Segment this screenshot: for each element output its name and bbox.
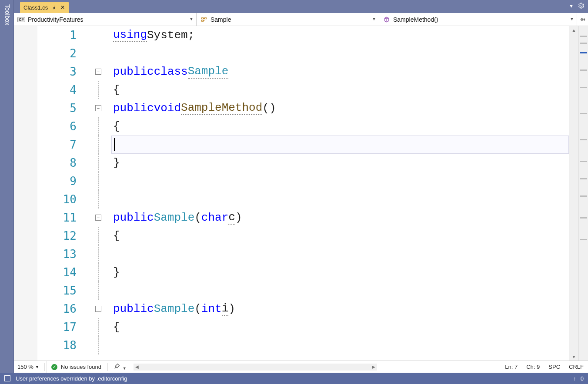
code-line: } <box>111 154 569 172</box>
line-number: 15 <box>63 284 85 297</box>
method-icon <box>383 16 391 23</box>
issues-text: No issues found <box>61 364 101 370</box>
toolbox-label: Toolbox <box>4 4 11 25</box>
line-number: 3 <box>70 65 85 78</box>
type-dropdown[interactable]: Sample ▼ <box>197 13 379 26</box>
error-health-indicator[interactable]: ✓ No issues found <box>47 361 106 373</box>
pending-count: 0 <box>581 375 584 382</box>
line-number-gutter: 1 2 3 4 5 6 7 8 9 10 11 12 13 14 15 16 1… <box>37 26 85 361</box>
code-line: { <box>111 318 569 336</box>
zoom-dropdown[interactable]: 150 % ▼ <box>14 364 43 370</box>
line-number: 11 <box>63 211 85 224</box>
code-line <box>111 190 569 209</box>
indicator-margin <box>14 26 37 361</box>
document-tab-filename: Class1.cs <box>23 4 48 11</box>
line-number: 8 <box>70 156 85 169</box>
line-number: 18 <box>63 339 85 352</box>
code-line: { <box>111 227 569 245</box>
vertical-scrollbar[interactable]: ▲ ▼ <box>569 26 578 361</box>
app-status-bar: User preferences overridden by .editorco… <box>0 373 588 384</box>
line-number: 17 <box>63 321 85 334</box>
line-number: 10 <box>63 193 85 206</box>
member-name: SampleMethod() <box>393 16 438 23</box>
split-window-button[interactable] <box>577 13 588 26</box>
tab-menu-dropdown-icon[interactable]: ▾ <box>567 2 575 10</box>
project-name: ProductivityFeatures <box>28 16 84 23</box>
close-icon[interactable]: ✕ <box>60 5 65 10</box>
document-tab[interactable]: Class1.cs ✕ <box>20 2 69 13</box>
fold-toggle[interactable]: − <box>95 69 101 75</box>
code-line: public Sample(int i) <box>111 300 569 318</box>
code-line: public void SampleMethod() <box>111 99 569 117</box>
fold-toggle[interactable]: − <box>95 306 101 312</box>
scroll-left-icon[interactable]: ◀ <box>134 364 140 371</box>
upload-icon[interactable]: ↑ <box>573 375 576 382</box>
code-line: { <box>111 117 569 136</box>
line-ending[interactable]: CRLF <box>565 364 588 370</box>
scroll-down-icon[interactable]: ▼ <box>569 353 578 361</box>
code-line: public class Sample <box>111 63 569 81</box>
svg-point-0 <box>581 5 582 7</box>
chevron-down-icon: ▼ <box>570 17 574 21</box>
line-number: 5 <box>70 102 85 115</box>
cleanup-brush-icon[interactable]: ▼ <box>110 363 130 371</box>
fold-toggle[interactable]: − <box>95 215 101 221</box>
overview-ruler[interactable] <box>578 26 588 361</box>
code-line: public Sample(char c) <box>111 209 569 227</box>
chevron-down-icon: ▼ <box>372 17 376 21</box>
code-line <box>111 44 569 63</box>
scroll-right-icon[interactable]: ▶ <box>370 364 377 371</box>
line-number: 16 <box>63 302 85 315</box>
zoom-value: 150 % <box>17 364 33 370</box>
code-line <box>111 245 569 263</box>
fold-toggle[interactable]: − <box>95 105 101 111</box>
csharp-file-icon: C# <box>17 16 25 23</box>
code-line: { <box>111 81 569 99</box>
code-line: using System; <box>111 26 569 44</box>
member-dropdown[interactable]: SampleMethod() ▼ <box>379 13 577 26</box>
navigation-bar: C# ProductivityFeatures ▼ Sample ▼ Sampl… <box>14 13 588 26</box>
indent-mode[interactable]: SPC <box>544 364 565 370</box>
gear-icon[interactable] <box>578 2 585 10</box>
code-area[interactable]: using System; public class Sample { publ… <box>111 26 569 361</box>
toolbox-panel-tab[interactable]: Toolbox <box>0 0 14 373</box>
scroll-up-icon[interactable]: ▲ <box>569 26 578 34</box>
code-line <box>111 281 569 300</box>
pin-icon[interactable] <box>51 5 57 10</box>
class-icon <box>200 16 208 23</box>
project-dropdown[interactable]: C# ProductivityFeatures ▼ <box>14 13 197 26</box>
caret-column[interactable]: Ch: 9 <box>522 364 544 370</box>
horizontal-scrollbar[interactable]: ◀ ▶ <box>134 364 377 371</box>
outlining-margin: − − − − <box>85 26 111 361</box>
caret-line[interactable]: Ln: 7 <box>501 364 522 370</box>
code-line <box>111 336 569 354</box>
code-line <box>111 136 569 154</box>
chevron-down-icon: ▼ <box>35 365 39 369</box>
line-number: 12 <box>63 229 85 242</box>
line-number: 9 <box>70 175 85 188</box>
code-line <box>111 172 569 190</box>
check-icon: ✓ <box>51 364 57 370</box>
code-line: } <box>111 263 569 281</box>
code-editor[interactable]: 1 2 3 4 5 6 7 8 9 10 11 12 13 14 15 16 1… <box>14 26 588 361</box>
document-tab-strip: Class1.cs ✕ ▾ <box>14 0 588 13</box>
line-number: 14 <box>63 266 85 279</box>
line-number: 6 <box>70 120 85 133</box>
editor-status-bar: 150 % ▼ ✓ No issues found ▼ ◀ ▶ Ln: 7 Ch… <box>14 361 588 373</box>
line-number: 4 <box>70 83 85 96</box>
feedback-icon[interactable] <box>4 375 10 381</box>
line-number: 2 <box>70 47 85 60</box>
line-number: 13 <box>63 248 85 261</box>
line-number: 7 <box>70 138 85 151</box>
type-name: Sample <box>210 16 231 23</box>
line-number: 1 <box>70 29 85 42</box>
text-caret <box>114 138 115 151</box>
chevron-down-icon: ▼ <box>189 17 194 21</box>
status-message: User preferences overridden by .editorco… <box>16 375 127 382</box>
